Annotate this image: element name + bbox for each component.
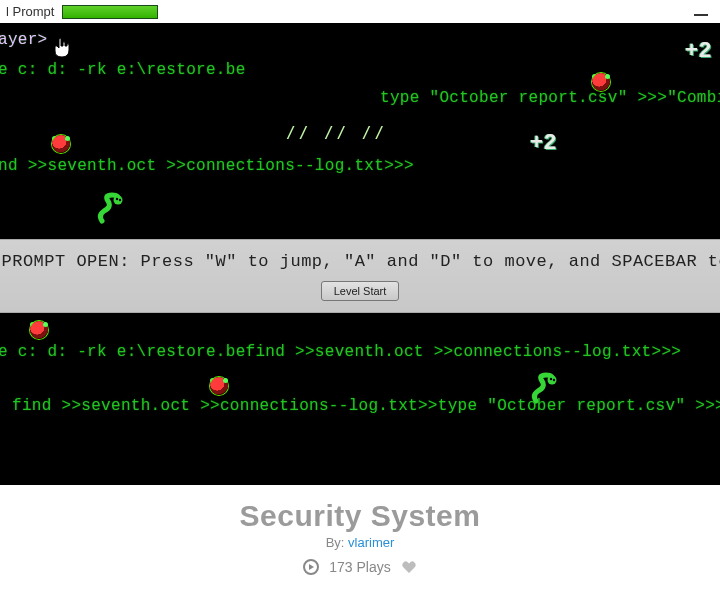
enemy-bug-icon [50,133,72,155]
game-title: Security System [0,499,720,533]
score-popup: +2 [530,131,557,156]
svg-point-2 [119,199,121,201]
cursor-hand-icon [52,37,72,61]
cmd-line: find >>seventh.oct >>connections--log.tx… [12,397,720,415]
favorite-button[interactable] [401,558,417,575]
cmd-text: find >>seventh.oct >>connections--log.tx… [12,397,438,415]
cmd-line: e c: d: -rk e:\restore.befind >>seventh.… [0,343,681,361]
enemy-bug-icon [590,71,612,93]
svg-point-1 [116,198,118,200]
plays-row: 173 Plays [0,558,720,575]
prompt-fragment: ayer> [0,31,48,49]
byline: By: vlarimer [0,535,720,550]
window-titlebar: l Prompt [0,0,720,23]
minimize-button[interactable] [694,14,708,16]
play-icon [303,558,319,575]
cmd-line: type "October report.csv" >>>"Combined r… [380,89,720,107]
author-link[interactable]: vlarimer [348,535,394,550]
cmd-text: find >>seventh.oct >>connections--log.tx… [246,343,682,361]
cmd-text: >>>"Combined report.c [695,397,720,415]
plays-count: 173 Plays [329,559,390,575]
svg-point-4 [550,378,552,380]
level-start-button[interactable]: Level Start [321,281,400,301]
game-viewport[interactable]: ayer> +2 e c: d: -rk e:\restore.be type … [0,23,720,485]
by-label: By: [326,535,348,550]
cmd-line: e c: d: -rk e:\restore.be [0,61,246,79]
instruction-text: MMAND PROMPT OPEN: Press "W" to jump, "A… [0,252,720,271]
slash-decor: // // // [286,123,387,142]
instruction-banner: MMAND PROMPT OPEN: Press "W" to jump, "A… [0,239,720,313]
enemy-snake-icon [96,191,126,225]
progress-bar [62,5,158,19]
cmd-text: type "October report.csv" [438,397,695,415]
cmd-text: e c: d: -rk e:\restore.be [0,343,246,361]
enemy-bug-icon [208,375,230,397]
score-popup: +2 [685,39,712,64]
progress-fill [63,6,157,18]
title-fragment: l Prompt [6,4,54,19]
game-meta: Security System By: vlarimer 173 Plays [0,485,720,575]
cmd-line: nd >>seventh.oct >>connections--log.txt>… [0,157,414,175]
svg-point-5 [553,379,555,381]
enemy-bug-icon [28,319,50,341]
